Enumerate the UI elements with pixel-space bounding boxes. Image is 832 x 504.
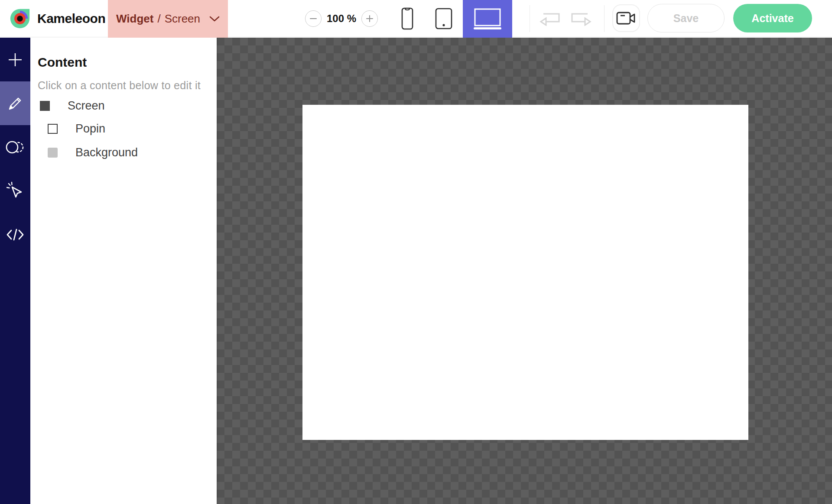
- content-item-label: Screen: [68, 99, 105, 113]
- content-item-screen[interactable]: Screen: [40, 99, 105, 113]
- popin-swatch-icon: [48, 124, 58, 134]
- code-icon: [6, 228, 25, 242]
- activate-button[interactable]: Activate: [733, 4, 812, 32]
- screen-swatch-icon: [40, 101, 50, 111]
- breadcrumb-widget: Widget: [116, 12, 153, 26]
- topbar: Kameleoon Widget / Screen 100 %: [0, 0, 832, 37]
- device-tablet-button[interactable]: [430, 5, 458, 32]
- redo-icon: [569, 11, 592, 26]
- breadcrumb-screen: Screen: [165, 12, 200, 26]
- desktop-icon: [473, 8, 502, 30]
- targeting-button[interactable]: [0, 125, 30, 169]
- tablet-icon: [435, 8, 452, 29]
- plus-icon: [7, 52, 23, 68]
- content-item-label: Background: [75, 146, 138, 159]
- interaction-button[interactable]: [0, 169, 30, 213]
- pencil-icon: [6, 94, 25, 113]
- zoom-in-button[interactable]: [361, 10, 378, 27]
- zoom-out-icon: [310, 15, 317, 22]
- content-panel: Content Click on a content below to edit…: [30, 38, 217, 504]
- content-item-popin[interactable]: Popin: [48, 122, 105, 136]
- panel-subtitle: Click on a content below to edit it: [38, 79, 201, 92]
- chevron-down-icon: [209, 16, 220, 22]
- targeting-circles-icon: [5, 139, 25, 155]
- code-editor-button[interactable]: [0, 213, 30, 256]
- zoom-out-button[interactable]: [305, 10, 322, 27]
- topbar-divider: [604, 5, 604, 32]
- zoom-level: 100 %: [322, 0, 361, 37]
- zoom-in-icon: [366, 15, 373, 22]
- editor-canvas: [217, 38, 832, 504]
- screen-artboard[interactable]: [302, 105, 748, 440]
- kameleoon-logo-icon: [9, 7, 31, 30]
- video-camera-icon: [616, 11, 636, 25]
- content-item-background[interactable]: Background: [48, 146, 138, 159]
- tool-rail: [0, 38, 30, 504]
- content-item-label: Popin: [75, 122, 105, 136]
- brand: Kameleoon: [9, 0, 105, 37]
- edit-content-button[interactable]: [0, 81, 30, 125]
- background-swatch-icon: [48, 148, 58, 158]
- brand-name: Kameleoon: [37, 11, 105, 26]
- mobile-icon: [401, 7, 413, 30]
- breadcrumb-separator: /: [157, 12, 160, 26]
- device-desktop-button[interactable]: [463, 0, 512, 38]
- cursor-click-icon: [6, 181, 25, 200]
- add-content-button[interactable]: [0, 38, 30, 81]
- topbar-divider: [530, 5, 530, 32]
- screen-record-button[interactable]: [612, 4, 640, 32]
- breadcrumb[interactable]: Widget / Screen: [108, 0, 228, 38]
- redo-button[interactable]: [567, 6, 595, 32]
- undo-icon: [539, 11, 562, 26]
- undo-button[interactable]: [536, 6, 564, 32]
- panel-title: Content: [38, 55, 87, 70]
- save-button[interactable]: Save: [647, 4, 725, 32]
- device-mobile-button[interactable]: [393, 5, 421, 32]
